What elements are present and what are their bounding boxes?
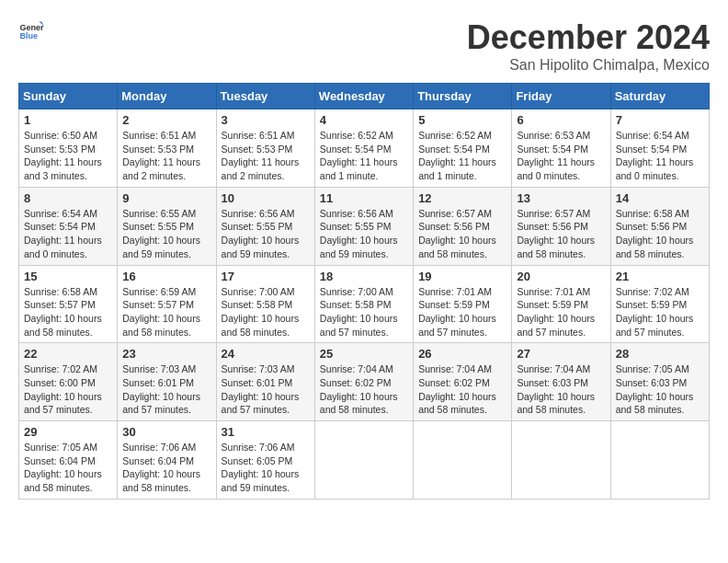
day-number: 13	[517, 191, 605, 205]
month-title: December 2024	[467, 18, 710, 57]
day-number: 16	[122, 270, 210, 283]
page-header: General Blue December 2024 San Hipolito …	[18, 18, 710, 74]
calendar-week-row: 15Sunrise: 6:58 AMSunset: 5:57 PMDayligh…	[19, 265, 710, 343]
day-number: 15	[24, 270, 112, 283]
calendar-cell: 14Sunrise: 6:58 AMSunset: 5:56 PMDayligh…	[610, 187, 709, 265]
day-info: Sunrise: 7:05 AMSunset: 6:04 PMDaylight:…	[24, 441, 112, 495]
logo-icon: General Blue	[18, 18, 44, 44]
day-info: Sunrise: 7:03 AMSunset: 6:01 PMDaylight:…	[122, 362, 210, 417]
day-info: Sunrise: 7:04 AMSunset: 6:02 PMDaylight:…	[320, 362, 408, 417]
calendar-cell: 25Sunrise: 7:04 AMSunset: 6:02 PMDayligh…	[314, 343, 413, 421]
calendar-cell: 30Sunrise: 7:06 AMSunset: 6:04 PMDayligh…	[118, 421, 216, 500]
day-info: Sunrise: 6:51 AMSunset: 5:53 PMDaylight:…	[122, 129, 210, 183]
calendar-cell: 16Sunrise: 6:59 AMSunset: 5:57 PMDayligh…	[118, 265, 216, 343]
calendar-cell: 2Sunrise: 6:51 AMSunset: 5:53 PMDaylight…	[118, 109, 216, 188]
day-info: Sunrise: 6:59 AMSunset: 5:57 PMDaylight:…	[122, 285, 210, 339]
weekday-header: Sunday	[19, 84, 118, 109]
day-number: 2	[122, 113, 210, 127]
calendar-cell: 3Sunrise: 6:51 AMSunset: 5:53 PMDaylight…	[216, 109, 314, 188]
location-title: San Hipolito Chimalpa, Mexico	[467, 57, 710, 74]
day-info: Sunrise: 7:03 AMSunset: 6:01 PMDaylight:…	[222, 362, 310, 417]
day-number: 21	[616, 270, 704, 283]
day-number: 18	[320, 270, 408, 283]
day-number: 14	[616, 191, 704, 205]
calendar-cell: 26Sunrise: 7:04 AMSunset: 6:02 PMDayligh…	[414, 343, 512, 421]
calendar-cell: 8Sunrise: 6:54 AMSunset: 5:54 PMDaylight…	[19, 187, 118, 265]
weekday-header: Thursday	[414, 84, 512, 109]
day-number: 23	[122, 347, 210, 361]
calendar-cell	[314, 421, 413, 500]
calendar-cell: 21Sunrise: 7:02 AMSunset: 5:59 PMDayligh…	[610, 265, 709, 343]
day-number: 7	[616, 113, 704, 127]
calendar-week-row: 1Sunrise: 6:50 AMSunset: 5:53 PMDaylight…	[19, 109, 710, 188]
day-info: Sunrise: 6:55 AMSunset: 5:55 PMDaylight:…	[122, 207, 210, 261]
calendar-cell	[512, 421, 610, 500]
title-area: December 2024 San Hipolito Chimalpa, Mex…	[467, 18, 710, 74]
calendar-week-row: 22Sunrise: 7:02 AMSunset: 6:00 PMDayligh…	[19, 343, 710, 421]
day-info: Sunrise: 6:57 AMSunset: 5:56 PMDaylight:…	[418, 207, 506, 261]
calendar-cell: 20Sunrise: 7:01 AMSunset: 5:59 PMDayligh…	[512, 265, 610, 343]
calendar-cell: 29Sunrise: 7:05 AMSunset: 6:04 PMDayligh…	[19, 421, 118, 500]
svg-text:General: General	[19, 23, 44, 32]
day-info: Sunrise: 6:57 AMSunset: 5:56 PMDaylight:…	[517, 207, 605, 261]
day-info: Sunrise: 7:00 AMSunset: 5:58 PMDaylight:…	[222, 285, 310, 339]
calendar-cell	[610, 421, 709, 500]
calendar-cell: 28Sunrise: 7:05 AMSunset: 6:03 PMDayligh…	[610, 343, 709, 421]
svg-text:Blue: Blue	[19, 31, 38, 40]
day-number: 11	[320, 191, 408, 205]
calendar-cell: 31Sunrise: 7:06 AMSunset: 6:05 PMDayligh…	[216, 421, 314, 500]
day-number: 1	[24, 113, 112, 127]
day-number: 27	[517, 347, 605, 361]
day-number: 4	[320, 113, 408, 127]
day-number: 28	[616, 347, 704, 361]
weekday-header: Monday	[118, 84, 216, 109]
calendar-cell: 22Sunrise: 7:02 AMSunset: 6:00 PMDayligh…	[19, 343, 118, 421]
calendar-week-row: 29Sunrise: 7:05 AMSunset: 6:04 PMDayligh…	[19, 421, 710, 500]
day-info: Sunrise: 6:50 AMSunset: 5:53 PMDaylight:…	[24, 129, 112, 183]
calendar-header-row: SundayMondayTuesdayWednesdayThursdayFrid…	[19, 84, 710, 109]
day-info: Sunrise: 7:04 AMSunset: 6:02 PMDaylight:…	[418, 362, 506, 417]
day-info: Sunrise: 7:01 AMSunset: 5:59 PMDaylight:…	[517, 285, 605, 339]
logo: General Blue	[18, 18, 44, 44]
day-info: Sunrise: 6:53 AMSunset: 5:54 PMDaylight:…	[517, 129, 605, 183]
calendar-cell	[414, 421, 512, 500]
weekday-header: Friday	[512, 84, 610, 109]
day-number: 26	[418, 347, 506, 361]
calendar-cell: 18Sunrise: 7:00 AMSunset: 5:58 PMDayligh…	[314, 265, 413, 343]
calendar-cell: 19Sunrise: 7:01 AMSunset: 5:59 PMDayligh…	[414, 265, 512, 343]
calendar-cell: 15Sunrise: 6:58 AMSunset: 5:57 PMDayligh…	[19, 265, 118, 343]
day-info: Sunrise: 7:02 AMSunset: 5:59 PMDaylight:…	[616, 285, 704, 339]
day-number: 29	[24, 425, 112, 439]
calendar-cell: 1Sunrise: 6:50 AMSunset: 5:53 PMDaylight…	[19, 109, 118, 188]
calendar-cell: 27Sunrise: 7:04 AMSunset: 6:03 PMDayligh…	[512, 343, 610, 421]
day-number: 12	[418, 191, 506, 205]
day-number: 30	[122, 425, 210, 439]
day-info: Sunrise: 7:06 AMSunset: 6:05 PMDaylight:…	[222, 441, 310, 495]
day-number: 19	[418, 270, 506, 283]
calendar-cell: 10Sunrise: 6:56 AMSunset: 5:55 PMDayligh…	[216, 187, 314, 265]
day-info: Sunrise: 6:58 AMSunset: 5:56 PMDaylight:…	[616, 207, 704, 261]
day-info: Sunrise: 7:02 AMSunset: 6:00 PMDaylight:…	[24, 362, 112, 417]
day-info: Sunrise: 6:56 AMSunset: 5:55 PMDaylight:…	[222, 207, 310, 261]
day-number: 22	[24, 347, 112, 361]
day-number: 3	[222, 113, 310, 127]
calendar-table: SundayMondayTuesdayWednesdayThursdayFrid…	[18, 83, 710, 500]
calendar-week-row: 8Sunrise: 6:54 AMSunset: 5:54 PMDaylight…	[19, 187, 710, 265]
calendar-cell: 12Sunrise: 6:57 AMSunset: 5:56 PMDayligh…	[414, 187, 512, 265]
day-number: 9	[122, 191, 210, 205]
calendar-cell: 23Sunrise: 7:03 AMSunset: 6:01 PMDayligh…	[118, 343, 216, 421]
day-info: Sunrise: 6:54 AMSunset: 5:54 PMDaylight:…	[24, 207, 112, 261]
day-info: Sunrise: 7:04 AMSunset: 6:03 PMDaylight:…	[517, 362, 605, 417]
weekday-header: Saturday	[610, 84, 709, 109]
day-number: 6	[517, 113, 605, 127]
day-number: 31	[222, 425, 310, 439]
day-number: 20	[517, 270, 605, 283]
day-number: 25	[320, 347, 408, 361]
day-info: Sunrise: 6:54 AMSunset: 5:54 PMDaylight:…	[616, 129, 704, 183]
calendar-cell: 24Sunrise: 7:03 AMSunset: 6:01 PMDayligh…	[216, 343, 314, 421]
day-number: 10	[222, 191, 310, 205]
day-info: Sunrise: 6:52 AMSunset: 5:54 PMDaylight:…	[320, 129, 408, 183]
day-info: Sunrise: 6:52 AMSunset: 5:54 PMDaylight:…	[418, 129, 506, 183]
weekday-header: Tuesday	[216, 84, 314, 109]
day-info: Sunrise: 7:06 AMSunset: 6:04 PMDaylight:…	[122, 441, 210, 495]
